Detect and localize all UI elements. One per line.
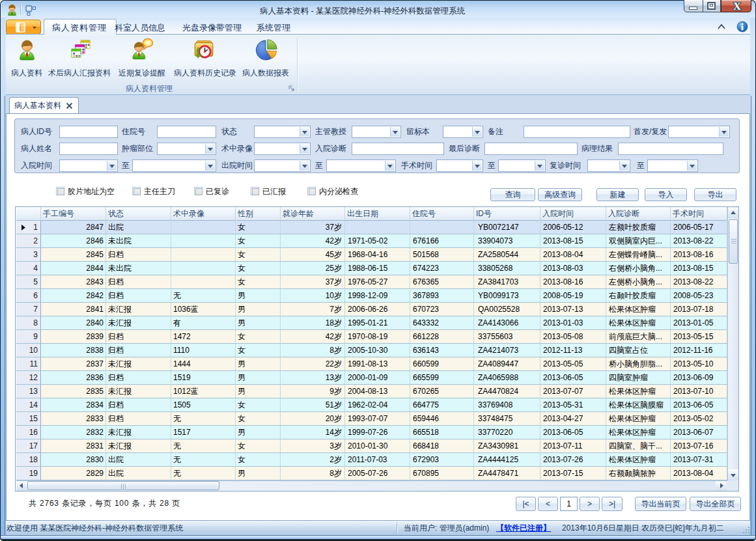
svg-text:X: X bbox=[733, 1, 742, 12]
